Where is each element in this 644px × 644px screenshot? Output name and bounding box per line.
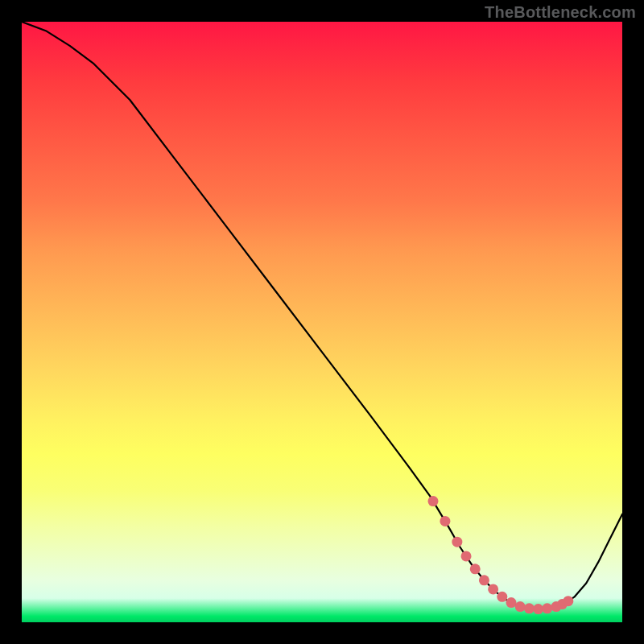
valley-marker: [563, 596, 573, 606]
valley-marker: [515, 601, 526, 612]
valley-marker: [488, 584, 498, 594]
bottleneck-curve: [22, 22, 622, 609]
plot-area: [22, 22, 622, 622]
valley-marker: [452, 537, 462, 547]
valley-marker: [506, 597, 516, 608]
valley-marker: [533, 604, 543, 614]
watermark-text: TheBottleneck.com: [485, 3, 636, 22]
valley-marker: [479, 575, 489, 585]
chart-frame: TheBottleneck.com: [0, 0, 644, 644]
valley-marker: [461, 551, 472, 561]
valley-marker: [470, 564, 481, 574]
valley-marker: [524, 603, 535, 613]
valley-marker: [542, 603, 552, 613]
valley-marker: [497, 592, 507, 602]
valley-marker: [440, 516, 450, 526]
curve-layer: [22, 22, 622, 622]
valley-marker: [428, 496, 439, 506]
